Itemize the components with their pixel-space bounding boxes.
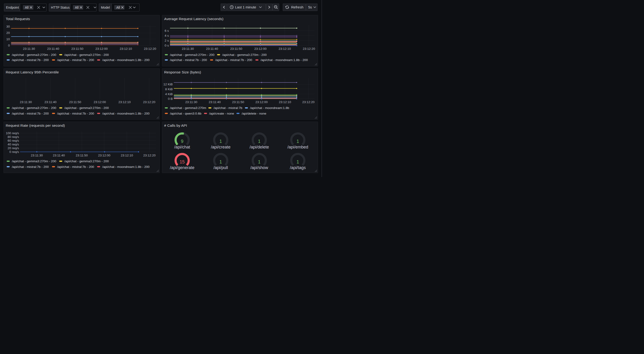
svg-text:23:12:00: 23:12:00: [254, 47, 266, 51]
svg-text:23:12:00: 23:12:00: [98, 154, 110, 157]
svg-text:20 req/s: 20 req/s: [8, 146, 19, 150]
svg-text:/api/chat - gemma3:270m - 200: /api/chat - gemma3:270m - 200: [170, 53, 214, 57]
svg-text:/api/chat - mistral:7b - 200: /api/chat - mistral:7b - 200: [12, 58, 49, 62]
svg-text:23:12:20: 23:12:20: [302, 100, 315, 104]
svg-text:60 req/s: 60 req/s: [8, 139, 19, 142]
svg-text:/api/chat - moondream:1.8b - 2: /api/chat - moondream:1.8b - 200: [260, 58, 308, 62]
svg-text:23:11:30: 23:11:30: [182, 47, 194, 51]
svg-text:0 B: 0 B: [168, 97, 173, 101]
svg-text:/api/chat - gemma3:270m - 200: /api/chat - gemma3:270m - 200: [12, 106, 56, 110]
svg-text:30: 30: [6, 25, 10, 28]
svg-text:23:11:40: 23:11:40: [44, 100, 56, 104]
svg-text:23:11:30: 23:11:30: [31, 154, 43, 157]
svg-text:/api/chat - moondream:1.8b: /api/chat - moondream:1.8b: [250, 106, 289, 110]
svg-text:10: 10: [6, 38, 10, 41]
svg-text:40 req/s: 40 req/s: [8, 143, 19, 146]
svg-text:12 KiB: 12 KiB: [163, 83, 173, 86]
svg-text:/api/chat - mistral:7b - 200: /api/chat - mistral:7b - 200: [12, 165, 49, 169]
svg-text:/api/delete: /api/delete: [250, 145, 269, 149]
svg-text:/api/show: /api/show: [250, 165, 268, 170]
svg-text:23:12:00: 23:12:00: [256, 100, 268, 104]
svg-text:/api/chat - mistral:7b - 200: /api/chat - mistral:7b - 200: [170, 58, 207, 62]
svg-text:/api/pull: /api/pull: [213, 165, 228, 170]
svg-text:/api/chat: /api/chat: [174, 145, 190, 149]
svg-text:23:11:50: 23:11:50: [69, 100, 81, 104]
svg-text:/api/chat - gemma3:270m - 200: /api/chat - gemma3:270m - 200: [12, 159, 56, 163]
svg-text:/api/chat - gemma3:270m - 200: /api/chat - gemma3:270m - 200: [222, 53, 267, 57]
svg-text:2 s: 2 s: [164, 39, 169, 42]
svg-text:23:12:10: 23:12:10: [120, 47, 132, 51]
svg-text:/api/chat - gemma3:270m: /api/chat - gemma3:270m: [170, 106, 206, 110]
svg-text:/api/chat - gemma3:270m - 200: /api/chat - gemma3:270m - 200: [12, 53, 56, 57]
svg-text:/api/chat - gemma3:270m - 200: /api/chat - gemma3:270m - 200: [64, 106, 109, 110]
svg-text:/api/chat - mistral:7b - 200: /api/chat - mistral:7b - 200: [215, 58, 252, 62]
svg-text:23:11:50: 23:11:50: [76, 154, 88, 157]
svg-text:15: 15: [180, 159, 185, 164]
svg-text:/api/embed: /api/embed: [288, 145, 308, 149]
svg-text:23:12:00: 23:12:00: [95, 47, 108, 51]
svg-text:/api/delete - none: /api/delete - none: [242, 112, 266, 115]
svg-text:1: 1: [220, 139, 222, 144]
svg-text:23:12:10: 23:12:10: [278, 47, 291, 51]
svg-text:23:12:20: 23:12:20: [143, 100, 156, 104]
svg-text:1: 1: [220, 159, 222, 164]
svg-text:23:11:30: 23:11:30: [185, 100, 198, 104]
svg-text:23:11:40: 23:11:40: [209, 100, 221, 104]
svg-text:/api/chat - mistral:7b - 200: /api/chat - mistral:7b - 200: [57, 58, 94, 62]
svg-text:1: 1: [258, 159, 260, 164]
svg-text:/api/chat - mistral:7b: /api/chat - mistral:7b: [214, 106, 242, 110]
svg-text:6 s: 6 s: [164, 29, 169, 33]
svg-text:4 KiB: 4 KiB: [165, 92, 173, 96]
svg-text:/api/chat - mistral:7b - 200: /api/chat - mistral:7b - 200: [57, 165, 94, 169]
svg-text:/api/chat - moondream:1.8b - 2: /api/chat - moondream:1.8b - 200: [102, 112, 150, 115]
svg-text:23:11:30: 23:11:30: [20, 100, 32, 104]
svg-text:/api/chat - qwen3:0.6b: /api/chat - qwen3:0.6b: [170, 112, 202, 115]
svg-text:23:12:10: 23:12:10: [121, 154, 133, 157]
svg-text:/api/chat - mistral:7b - 200: /api/chat - mistral:7b - 200: [57, 112, 94, 115]
svg-text:/api/chat - mistral:7b - 200: /api/chat - mistral:7b - 200: [12, 112, 49, 115]
svg-text:23:12:10: 23:12:10: [118, 100, 131, 104]
svg-text:23:12:20: 23:12:20: [143, 154, 156, 157]
svg-text:23:12:10: 23:12:10: [279, 100, 291, 104]
svg-text:23:11:50: 23:11:50: [230, 47, 242, 51]
svg-text:1: 1: [296, 139, 299, 144]
svg-text:23:11:40: 23:11:40: [47, 47, 59, 51]
svg-text:23:11:50: 23:11:50: [232, 100, 244, 104]
svg-text:0 s: 0 s: [164, 44, 169, 47]
svg-text:/api/tags: /api/tags: [290, 165, 306, 170]
svg-text:80 req/s: 80 req/s: [8, 135, 19, 139]
svg-text:23:11:30: 23:11:30: [23, 47, 35, 51]
svg-text:/api/chat - moondream:1.8b - 2: /api/chat - moondream:1.8b - 200: [102, 58, 150, 62]
svg-text:23:12:20: 23:12:20: [144, 47, 156, 51]
svg-text:23:11:40: 23:11:40: [53, 154, 65, 157]
svg-text:/api/chat - moondream:1.8b - 2: /api/chat - moondream:1.8b - 200: [102, 165, 150, 169]
svg-text:23:12:20: 23:12:20: [303, 47, 315, 51]
svg-text:23:11:40: 23:11:40: [206, 47, 218, 51]
svg-text:/api/chat - gemma3:270m - 200: /api/chat - gemma3:270m - 200: [64, 53, 109, 57]
svg-text:/api/chat - gemma3:270m - 200: /api/chat - gemma3:270m - 200: [64, 159, 109, 163]
svg-text:/api/generate: /api/generate: [170, 165, 194, 170]
svg-text:1: 1: [258, 139, 260, 144]
svg-text:23:12:00: 23:12:00: [94, 100, 106, 104]
svg-text:4 s: 4 s: [164, 34, 169, 38]
svg-text:0: 0: [8, 44, 10, 47]
svg-text:0 req/s: 0 req/s: [9, 150, 19, 154]
svg-text:100 req/s: 100 req/s: [6, 131, 19, 135]
svg-text:/api/create - none: /api/create - none: [209, 112, 234, 115]
svg-text:23:11:50: 23:11:50: [71, 47, 84, 51]
svg-text:20: 20: [6, 31, 10, 35]
svg-text:/api/create: /api/create: [211, 145, 230, 149]
svg-text:9: 9: [181, 139, 184, 144]
svg-text:8 KiB: 8 KiB: [165, 88, 173, 91]
svg-text:1: 1: [296, 159, 299, 164]
